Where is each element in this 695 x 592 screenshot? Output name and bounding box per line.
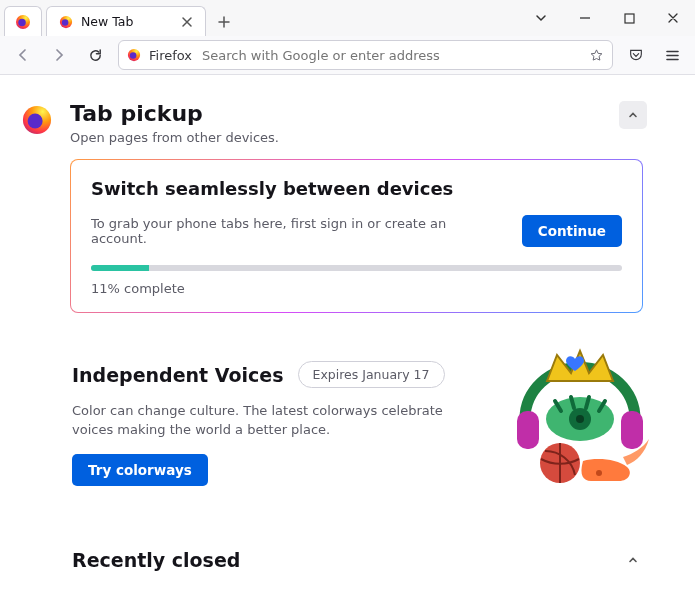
active-tab[interactable]: New Tab (46, 6, 206, 36)
continue-button[interactable]: Continue (522, 215, 622, 247)
firefox-icon (127, 48, 141, 62)
window-maximize-button[interactable] (607, 2, 651, 34)
svg-point-3 (62, 19, 69, 26)
address-context-label: Firefox (149, 48, 192, 63)
bookmark-star-icon[interactable] (589, 48, 604, 63)
tab-pickup-subtitle: Open pages from other devices. (70, 130, 279, 145)
firefox-logo (22, 105, 52, 135)
app-menu-button[interactable] (659, 42, 685, 68)
card-body: To grab your phone tabs here, first sign… (91, 216, 506, 246)
address-bar[interactable]: Firefox (118, 40, 613, 70)
svg-point-15 (596, 470, 602, 476)
card-title: Switch seamlessly between devices (91, 178, 622, 199)
try-colorways-button[interactable]: Try colorways (72, 454, 208, 486)
new-tab-button[interactable] (210, 8, 238, 36)
tab-pickup-title: Tab pickup (70, 101, 279, 126)
new-tab-page: Tab pickup Open pages from other devices… (0, 75, 695, 592)
back-button[interactable] (10, 42, 36, 68)
voices-title: Independent Voices (72, 364, 284, 386)
svg-rect-9 (517, 411, 539, 449)
tab-title: New Tab (81, 14, 133, 29)
reload-button[interactable] (82, 42, 108, 68)
tab-pickup-card: Switch seamlessly between devices To gra… (70, 159, 643, 313)
pinned-tab[interactable] (4, 6, 42, 36)
svg-rect-10 (621, 411, 643, 449)
collapse-recently-closed-button[interactable] (619, 546, 647, 574)
window-close-button[interactable] (651, 2, 695, 34)
nav-toolbar: Firefox (0, 36, 695, 74)
forward-button[interactable] (46, 42, 72, 68)
tabs-dropdown-button[interactable] (519, 2, 563, 34)
recently-closed-section: Recently closed (0, 486, 695, 584)
window-minimize-button[interactable] (563, 2, 607, 34)
svg-point-1 (18, 18, 26, 26)
setup-progress-fill (91, 265, 149, 271)
address-input[interactable] (200, 47, 581, 64)
voices-body: Color can change culture. The latest col… (72, 402, 472, 440)
setup-progress-label: 11% complete (91, 281, 622, 296)
tab-strip: New Tab (0, 0, 695, 36)
independent-voices-section: Independent Voices Expires January 17 Co… (0, 321, 695, 486)
save-to-pocket-button[interactable] (623, 42, 649, 68)
collapse-tab-pickup-button[interactable] (619, 101, 647, 129)
svg-point-8 (28, 113, 43, 128)
svg-rect-4 (625, 14, 634, 23)
svg-point-13 (576, 415, 584, 423)
voices-expiry-pill: Expires January 17 (298, 361, 445, 388)
firefox-icon (59, 15, 73, 29)
recently-closed-title: Recently closed (72, 549, 240, 571)
close-tab-icon[interactable] (181, 16, 193, 28)
firefox-icon (15, 14, 31, 30)
setup-progress-bar (91, 265, 622, 271)
svg-point-6 (130, 52, 137, 59)
colorways-artwork (505, 341, 655, 491)
